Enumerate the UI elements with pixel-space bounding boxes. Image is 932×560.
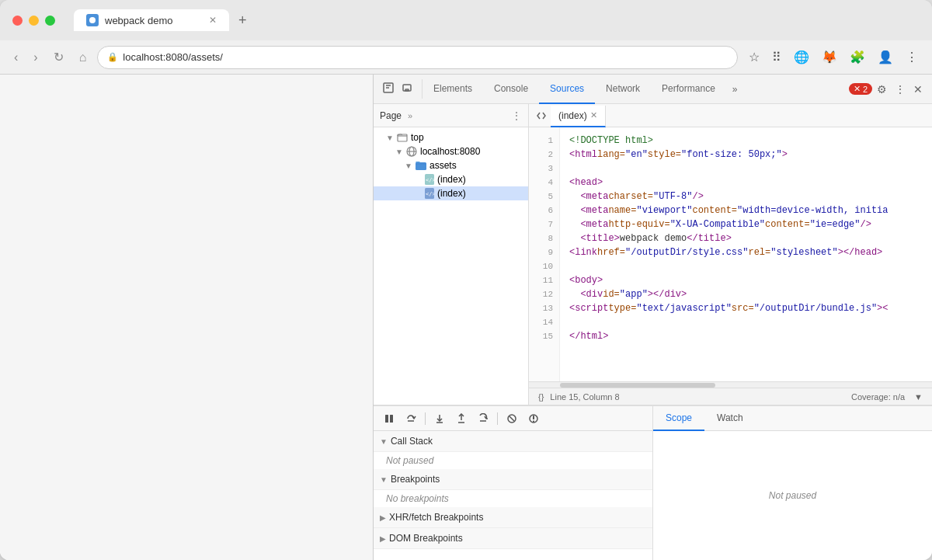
devtools-more-tabs[interactable]: » [726, 84, 744, 95]
debug-right-panel: Scope Watch Not paused [653, 406, 932, 560]
devtools-settings-button[interactable]: ⚙ [874, 80, 890, 99]
tab-sources[interactable]: Sources [539, 75, 595, 104]
svg-text:</>: </> [426, 177, 434, 183]
code-content[interactable]: 1 2 3 4 5 6 7 8 9 10 11 12 13 [529, 127, 932, 381]
coverage-toggle-button[interactable]: ▼ [911, 391, 926, 403]
watch-tab[interactable]: Watch [704, 406, 756, 431]
line-num-15: 15 [529, 329, 559, 343]
puzzle-button[interactable]: 🧩 [845, 47, 870, 68]
code-line-5: <meta charset="UTF-8" /> [560, 190, 932, 203]
coverage-status: Coverage: n/a [851, 392, 905, 402]
metamask-button[interactable]: 🦊 [817, 47, 842, 68]
tree-menu-button[interactable]: ⋮ [511, 110, 522, 122]
browser-window: webpack demo ✕ + ‹ › ↻ ⌂ 🔒 localhost:808… [0, 0, 932, 560]
call-stack-header[interactable]: ▼ Call Stack [374, 431, 652, 452]
scope-content: Not paused [653, 431, 932, 560]
page-tab[interactable]: Page [380, 110, 402, 121]
code-scrollbar[interactable] [529, 381, 932, 388]
tree-label-index-1: (index) [437, 174, 466, 185]
debug-sections: ▼ Call Stack Not paused ▼ Breakpoints N [374, 431, 652, 560]
tree-label-index-2: (index) [437, 188, 466, 199]
error-icon: ✕ [854, 84, 861, 94]
devtools-more-button[interactable]: ⋮ [892, 80, 909, 99]
tab-network[interactable]: Network [595, 75, 651, 104]
code-view-toggle[interactable] [532, 111, 551, 120]
device-toggle-button[interactable] [398, 79, 416, 99]
tree-arrow-assets: ▼ [405, 162, 412, 170]
lock-icon: 🔒 [107, 52, 118, 62]
tree-item-localhost[interactable]: ▼ localhost:8080 [374, 144, 528, 158]
tab-console[interactable]: Console [483, 75, 539, 104]
tab-elements[interactable]: Elements [423, 75, 483, 104]
file-tree-panel: Page » ⋮ ▼ top ▼ [374, 104, 529, 405]
breakpoints-status: No breakpoints [386, 493, 449, 504]
step-into-button[interactable] [430, 409, 449, 428]
maximize-button[interactable] [45, 16, 55, 26]
line-numbers: 1 2 3 4 5 6 7 8 9 10 11 12 13 [529, 127, 560, 381]
translate-button[interactable]: 🌐 [789, 47, 814, 68]
bookmark-button[interactable]: ☆ [744, 47, 764, 68]
menu-button[interactable]: ⋮ [901, 47, 923, 68]
svg-line-22 [509, 416, 514, 421]
tab-close-icon[interactable]: ✕ [209, 15, 217, 26]
pause-resume-button[interactable] [380, 409, 398, 428]
home-button[interactable]: ⌂ [75, 47, 92, 68]
code-line-9: <link href="/outputDir/style.css" rel="s… [560, 245, 932, 259]
avatar-button[interactable]: 👤 [873, 47, 898, 68]
code-tab-index[interactable]: (index) ✕ [551, 106, 606, 127]
inspect-element-button[interactable] [380, 79, 397, 99]
svg-text:</>: </> [426, 191, 434, 197]
format-button[interactable]: {} [535, 391, 547, 403]
reload-button[interactable]: ↻ [49, 47, 68, 68]
code-line-2: <html lang="en" style="font-size: 50px;"… [560, 148, 932, 162]
page-tab-more[interactable]: » [408, 111, 412, 120]
code-line-1: <!DOCTYPE html> [560, 134, 932, 148]
code-tab-close-icon[interactable]: ✕ [590, 110, 597, 120]
scope-tab[interactable]: Scope [653, 406, 704, 431]
tree-arrow-localhost: ▼ [395, 148, 403, 156]
address-bar[interactable]: 🔒 localhost:8080/assets/ [97, 46, 738, 69]
code-line-10 [560, 259, 932, 273]
dom-breakpoints-header[interactable]: ▶ DOM Breakpoints [374, 528, 652, 549]
code-line-6: <meta name="viewport" content="width=dev… [560, 203, 932, 217]
extensions-grid-button[interactable]: ⠿ [767, 47, 786, 68]
step-out-button[interactable] [452, 409, 471, 428]
devtools-close-button[interactable]: ✕ [910, 80, 926, 99]
tree-item-index-1[interactable]: </> (index) [374, 172, 528, 186]
error-badge[interactable]: ✕ 2 [849, 83, 872, 95]
page-content [0, 75, 373, 560]
main-content: Elements Console Sources Network Perform… [0, 75, 932, 560]
title-bar: webpack demo ✕ + [0, 0, 932, 40]
close-button[interactable] [12, 16, 23, 26]
nav-actions: ☆ ⠿ 🌐 🦊 🧩 👤 ⋮ [744, 47, 923, 68]
svg-rect-25 [533, 420, 534, 422]
devtools-panel: Elements Console Sources Network Perform… [373, 75, 932, 560]
code-lines: <!DOCTYPE html> <html lang="en" style="f… [560, 127, 932, 381]
new-tab-button[interactable]: + [235, 9, 250, 32]
call-stack-status: Not paused [386, 455, 433, 466]
deactivate-icon [507, 413, 516, 424]
line-num-7: 7 [529, 217, 559, 231]
line-num-10: 10 [529, 259, 559, 273]
browser-tab[interactable]: webpack demo ✕ [74, 9, 229, 31]
back-button[interactable]: ‹ [9, 47, 23, 68]
code-line-15: </html> [560, 329, 932, 343]
tab-performance[interactable]: Performance [651, 75, 726, 104]
tree-label-assets: assets [429, 160, 457, 171]
tree-item-assets[interactable]: ▼ assets [374, 158, 528, 172]
dom-breakpoints-label: DOM Breakpoints [389, 533, 463, 544]
sources-panel: Page » ⋮ ▼ top ▼ [374, 104, 932, 405]
step-over-button[interactable] [402, 409, 420, 428]
tree-item-index-2[interactable]: </> (index) [374, 186, 528, 200]
tree-label-localhost: localhost:8080 [420, 146, 480, 157]
toolbar-divider2 [497, 412, 498, 425]
step-button[interactable] [474, 409, 492, 428]
xhr-breakpoints-header[interactable]: ▶ XHR/fetch Breakpoints [374, 507, 652, 528]
cursor-position: Line 15, Column 8 [550, 392, 619, 402]
tree-item-top[interactable]: ▼ top [374, 130, 528, 144]
pause-on-exceptions-button[interactable] [524, 409, 543, 428]
forward-button[interactable]: › [29, 47, 42, 68]
breakpoints-header[interactable]: ▼ Breakpoints [374, 469, 652, 490]
deactivate-breakpoints-button[interactable] [503, 409, 521, 428]
minimize-button[interactable] [29, 16, 39, 26]
